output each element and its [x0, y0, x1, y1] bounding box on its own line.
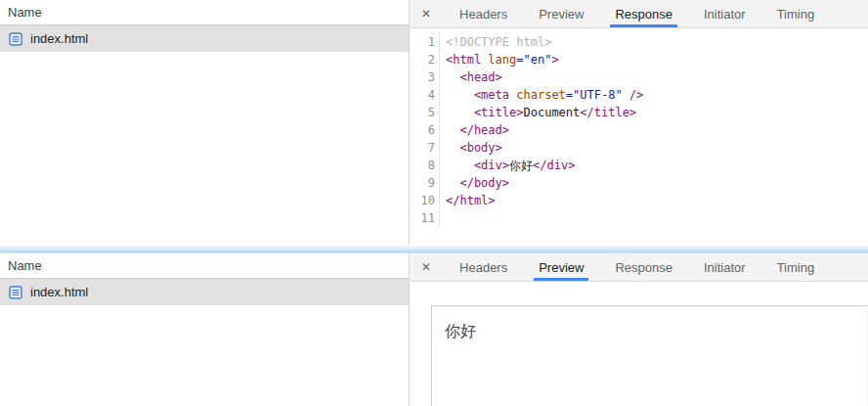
preview-pane: 你好	[410, 282, 868, 406]
close-icon[interactable]: ✕	[410, 0, 444, 27]
code-line: 7 <body>	[410, 139, 868, 157]
tab-initiator[interactable]: Initiator	[699, 0, 751, 27]
request-row-index-html[interactable]: index.html	[0, 25, 409, 52]
line-number: 3	[410, 68, 440, 86]
line-number: 8	[410, 157, 440, 174]
tab-initiator[interactable]: Initiator	[699, 253, 751, 281]
preview-body-text: 你好	[432, 306, 868, 342]
name-column-header: Name	[0, 253, 409, 279]
request-detail-panel: ✕ HeadersPreviewResponseInitiatorTiming …	[410, 253, 868, 406]
code-line-content: <title>Document</title>	[446, 104, 636, 121]
code-line: 5 <title>Document</title>	[410, 104, 868, 121]
line-number: 10	[410, 192, 440, 209]
request-file-name: index.html	[30, 285, 88, 299]
tab-headers[interactable]: Headers	[455, 0, 512, 27]
code-line: 8 <div>你好</div>	[410, 157, 868, 174]
code-line-content: </body>	[446, 174, 509, 192]
request-file-name: index.html	[30, 31, 88, 46]
requests-list-panel: Name index.html	[0, 0, 410, 246]
code-line: 9 </body>	[410, 174, 868, 192]
line-number: 11	[410, 209, 440, 227]
detail-tabbar: ✕ HeadersPreviewResponseInitiatorTiming	[410, 253, 868, 282]
line-number: 2	[410, 51, 440, 68]
detail-tabs: HeadersPreviewResponseInitiatorTiming	[444, 253, 830, 281]
code-line: 6 </head>	[410, 121, 868, 139]
code-line: 4 <meta charset="UTF-8" />	[410, 86, 868, 104]
screenshot-seam-divider	[0, 246, 868, 253]
document-icon	[9, 286, 22, 299]
request-row-index-html[interactable]: index.html	[0, 279, 409, 305]
name-column-header: Name	[0, 0, 409, 25]
requests-list-panel: Name index.html	[0, 253, 410, 406]
code-line-content: <div>你好</div>	[446, 157, 575, 174]
detail-tabbar: ✕ HeadersPreviewResponseInitiatorTiming	[410, 0, 868, 28]
code-line-content: <html lang="en">	[446, 51, 559, 68]
tab-response[interactable]: Response	[610, 253, 677, 281]
code-line-content: <meta charset="UTF-8" />	[446, 86, 643, 104]
document-icon	[9, 32, 22, 46]
code-line: 2<html lang="en">	[410, 51, 868, 68]
tab-preview[interactable]: Preview	[534, 0, 588, 27]
code-line: 1<!DOCTYPE html>	[410, 33, 868, 51]
code-line-content: <head>	[446, 68, 502, 86]
tab-timing[interactable]: Timing	[772, 0, 820, 27]
code-line: 3 <head>	[410, 68, 868, 86]
line-number: 7	[410, 139, 440, 157]
tab-response[interactable]: Response	[610, 0, 677, 27]
request-detail-panel: ✕ HeadersPreviewResponseInitiatorTiming …	[410, 0, 868, 246]
code-line-content: <body>	[446, 139, 502, 157]
network-panel-preview: Name index.html ✕ HeadersPreviewResponse…	[0, 253, 868, 406]
close-icon[interactable]: ✕	[410, 253, 444, 281]
tab-preview[interactable]: Preview	[534, 253, 588, 281]
devtools-network-panels: Name index.html ✕ HeadersPreviewResponse…	[0, 0, 868, 406]
code-line: 10</html>	[410, 192, 868, 209]
code-line-content: <!DOCTYPE html>	[446, 33, 551, 51]
response-source-viewer[interactable]: 1<!DOCTYPE html>2<html lang="en">3 <head…	[410, 28, 868, 246]
network-panel-response: Name index.html ✕ HeadersPreviewResponse…	[0, 0, 868, 246]
tab-headers[interactable]: Headers	[455, 253, 512, 281]
code-line-content: </head>	[446, 121, 509, 139]
tab-timing[interactable]: Timing	[772, 253, 820, 281]
code-line-content: </html>	[446, 192, 496, 209]
line-number: 6	[410, 121, 440, 139]
html-preview-frame[interactable]: 你好	[431, 305, 868, 406]
line-number: 5	[410, 104, 440, 121]
line-number: 4	[410, 86, 440, 104]
line-number: 1	[410, 33, 440, 51]
line-number: 9	[410, 174, 440, 192]
detail-tabs: HeadersPreviewResponseInitiatorTiming	[444, 0, 830, 27]
code-line: 11	[410, 209, 868, 227]
